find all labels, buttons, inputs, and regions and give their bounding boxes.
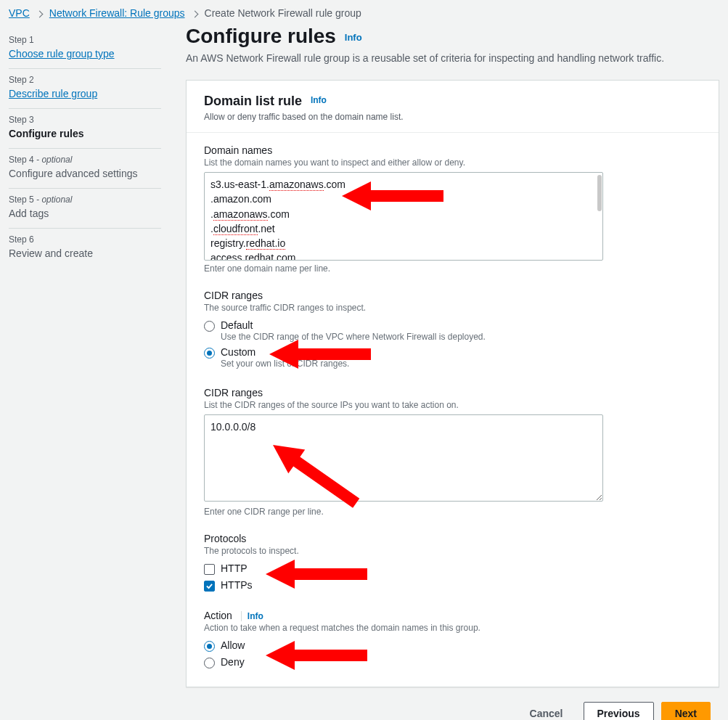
option-desc: Set your own list of CIDR ranges. [221, 359, 349, 369]
panel-hint: Allow or deny traffic based on the domai… [204, 112, 701, 122]
domain-names-group: Domain names List the domain names you w… [204, 144, 701, 274]
protocol-http[interactable]: HTTP [204, 560, 701, 577]
step-label: Step 2 [9, 75, 161, 85]
radio-icon[interactable] [204, 641, 215, 652]
step-title[interactable]: Choose rule group type [9, 48, 161, 60]
next-button[interactable]: Next [661, 702, 711, 720]
option-label: Custom [221, 346, 349, 358]
radio-icon[interactable] [204, 348, 215, 359]
step-title: Configure rules [9, 128, 161, 139]
option-label: Deny [221, 656, 245, 668]
field-label: Domain names [204, 144, 701, 156]
sidebar-step-1[interactable]: Step 1 Choose rule group type [9, 29, 161, 68]
cidr-mode-custom[interactable]: Custom Set your own list of CIDR ranges. [204, 344, 701, 371]
protocols-group: Protocols The protocols to inspect. HTTP… [204, 533, 701, 594]
step-label: Step 4 - optional [9, 155, 161, 165]
field-label: CIDR ranges [204, 387, 701, 398]
domain-names-input[interactable]: s3.us-east-1.amazonaws.com .amazon.com .… [204, 172, 603, 261]
cidr-ranges-input[interactable] [204, 414, 603, 502]
sidebar-step-5: Step 5 - optional Add tags [9, 189, 161, 228]
step-label: Step 5 - optional [9, 195, 161, 205]
breadcrumb-current: Create Network Firewall rule group [205, 7, 361, 19]
field-hint: List the CIDR ranges of the source IPs y… [204, 400, 701, 410]
wizard-sidebar: Step 1 Choose rule group type Step 2 Des… [9, 25, 161, 268]
sidebar-step-3: Step 3 Configure rules [9, 109, 161, 148]
checkbox-icon[interactable] [204, 581, 215, 592]
option-label: HTTPs [221, 579, 253, 591]
page-subtitle: An AWS Network Firewall rule group is a … [186, 52, 719, 64]
wizard-footer: Cancel Previous Next [186, 687, 719, 720]
chevron-right-icon [192, 8, 197, 19]
step-title: Configure advanced settings [9, 168, 161, 179]
info-link[interactable]: Info [345, 32, 362, 43]
step-label: Step 6 [9, 234, 161, 245]
option-label: Default [221, 319, 486, 331]
step-title: Add tags [9, 208, 161, 219]
action-allow[interactable]: Allow [204, 637, 701, 654]
sidebar-step-6: Step 6 Review and create [9, 229, 161, 268]
field-label: CIDR ranges [204, 290, 701, 301]
option-desc: Use the CIDR range of the VPC where Netw… [221, 332, 486, 342]
step-title[interactable]: Describe rule group [9, 88, 161, 99]
step-title: Review and create [9, 248, 161, 259]
protocol-https[interactable]: HTTPs [204, 577, 701, 594]
cidr-mode-default[interactable]: Default Use the CIDR range of the VPC wh… [204, 317, 701, 344]
field-hint: Action to take when a request matches th… [204, 623, 701, 633]
breadcrumb-vpc[interactable]: VPC [9, 7, 30, 19]
domain-list-rule-panel: Domain list rule Info Allow or deny traf… [186, 80, 719, 687]
previous-button[interactable]: Previous [584, 702, 654, 720]
checkbox-icon[interactable] [204, 564, 215, 575]
action-group: Action Info Action to take when a reques… [204, 610, 701, 671]
field-footnote: Enter one domain name per line. [204, 263, 701, 274]
panel-header: Domain list rule Info Allow or deny traf… [187, 81, 719, 133]
cidr-mode-group: CIDR ranges The source traffic CIDR rang… [204, 290, 701, 371]
cidr-ranges-group: CIDR ranges List the CIDR ranges of the … [204, 387, 701, 517]
field-label: Action [204, 610, 232, 621]
field-hint: The source traffic CIDR ranges to inspec… [204, 303, 701, 313]
option-label: Allow [221, 639, 245, 651]
info-link[interactable]: Info [311, 95, 327, 105]
panel-title: Domain list rule [204, 94, 302, 108]
radio-icon[interactable] [204, 321, 215, 332]
chevron-right-icon [37, 8, 42, 19]
step-label: Step 3 [9, 115, 161, 125]
breadcrumb-rule-groups[interactable]: Network Firewall: Rule groups [49, 7, 185, 19]
cancel-button[interactable]: Cancel [517, 702, 576, 720]
breadcrumb: VPC Network Firewall: Rule groups Create… [0, 0, 728, 25]
step-label: Step 1 [9, 35, 161, 45]
sidebar-step-2[interactable]: Step 2 Describe rule group [9, 69, 161, 108]
radio-icon[interactable] [204, 658, 215, 668]
field-label: Protocols [204, 533, 701, 544]
field-footnote: Enter one CIDR range per line. [204, 507, 701, 517]
info-link[interactable]: Info [241, 611, 263, 621]
field-hint: List the domain names you want to inspec… [204, 158, 701, 168]
page-title: Configure rules [186, 25, 336, 47]
field-hint: The protocols to inspect. [204, 546, 701, 556]
option-label: HTTP [221, 562, 248, 574]
action-deny[interactable]: Deny [204, 654, 701, 671]
sidebar-step-4: Step 4 - optional Configure advanced set… [9, 149, 161, 188]
main-content: Configure rules Info An AWS Network Fire… [186, 25, 719, 720]
